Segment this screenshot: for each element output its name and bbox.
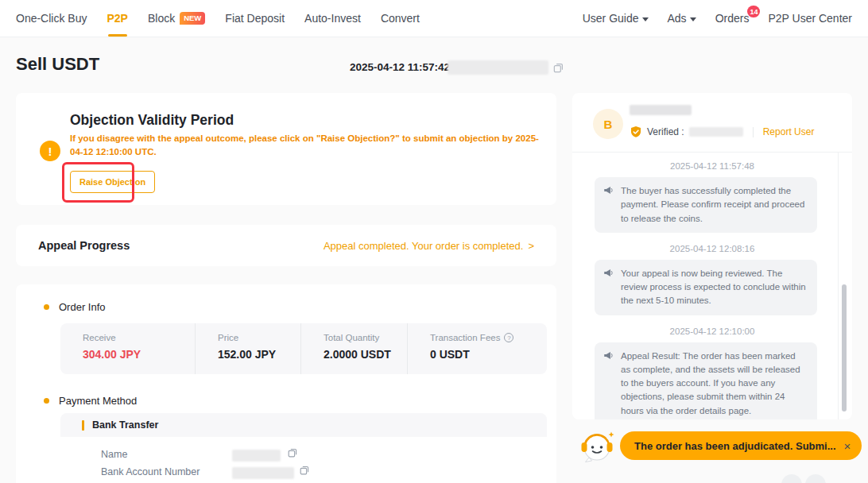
bank-transfer-label: Bank Transfer [92, 419, 158, 431]
megaphone-icon [603, 350, 614, 365]
bullet-dot-icon [44, 304, 49, 310]
appeal-progress-card: Appeal Progress Appeal completed. Your o… [16, 225, 556, 266]
toast-message: The order has been adjudicated. Submi... [634, 440, 836, 452]
chat-message-text: Appeal Result: The order has been marked… [621, 351, 800, 415]
orders-count-badge: 14 [747, 6, 760, 17]
nav-convert[interactable]: Convert [381, 12, 420, 25]
receive-label: Receive [83, 333, 195, 342]
nav-fiat-deposit[interactable]: Fiat Deposit [225, 12, 285, 25]
nav-ads[interactable]: Ads [668, 12, 696, 25]
order-details-card: Order Info Receive 304.00 JPY Price 152.… [16, 284, 556, 483]
nav-block-group[interactable]: Block NEW [148, 12, 205, 25]
nav-block[interactable]: Block [148, 12, 175, 25]
payment-method-label: Payment Method [59, 395, 137, 407]
order-info-box: Receive 304.00 JPY Price 152.00 JPY Tota… [60, 323, 547, 374]
objection-description: If you disagree with the appeal outcome,… [70, 132, 545, 160]
page-title: Sell USDT [16, 54, 99, 75]
copy-icon[interactable] [287, 447, 298, 458]
order-timestamp: 2025-04-12 11:57:42 [350, 61, 450, 73]
bank-account-row-label: Bank Account Number [101, 466, 200, 477]
scrollbar-track [838, 153, 839, 419]
chat-timestamp: 2025-04-12 12:10:00 [572, 327, 852, 336]
nav-one-click-buy[interactable]: One-Click Buy [16, 12, 87, 25]
name-row-label: Name [101, 449, 127, 460]
chevron-right-icon: > [528, 240, 534, 252]
copy-icon[interactable] [299, 465, 310, 476]
nav-orders-label: Orders [715, 12, 750, 25]
bank-transfer-header: Bank Transfer [60, 413, 547, 437]
order-info-label: Order Info [59, 301, 106, 313]
fees-label: Transaction Fees [430, 333, 500, 342]
nav-p2p[interactable]: P2P [107, 12, 127, 25]
nav-user-guide-label: User Guide [583, 12, 639, 25]
chat-message-text: Your appeal is now being reviewed. The r… [621, 269, 806, 306]
new-badge: NEW [180, 12, 205, 25]
appeal-status-text: Appeal completed. Your order is complete… [324, 240, 524, 252]
quantity-value: 2.0000 USDT [324, 348, 407, 361]
notification-toast: The order has been adjudicated. Submi...… [620, 431, 862, 460]
appeal-progress-label: Appeal Progress [38, 239, 130, 252]
help-icon[interactable]: ? [504, 333, 513, 342]
report-user-link[interactable]: Report User [763, 126, 815, 137]
chat-message-text: The buyer has successfully completed the… [621, 186, 804, 223]
chat-input-action-button[interactable] [805, 474, 826, 483]
chat-input-action-button[interactable] [781, 474, 802, 483]
nav-right: User Guide Ads Orders 14 P2P User Center [583, 12, 852, 25]
price-label: Price [218, 333, 300, 342]
chat-system-message: Your appeal is now being reviewed. The r… [595, 260, 817, 315]
counterparty-avatar[interactable]: B [593, 109, 623, 139]
copy-icon[interactable] [552, 62, 564, 77]
megaphone-icon [603, 268, 614, 282]
verified-label: Verified : [647, 126, 684, 137]
chat-header: B Verified : Report User [572, 93, 852, 153]
nav-user-guide[interactable]: User Guide [583, 12, 649, 25]
megaphone-icon [603, 185, 614, 199]
chat-system-message: Appeal Result: The order has been marked… [595, 342, 817, 420]
scrollbar-thumb[interactable] [842, 284, 847, 412]
objection-validity-card: ! Objection Validity Period If you disag… [16, 93, 556, 205]
price-column: Price 152.00 JPY [195, 323, 300, 374]
chevron-down-icon [642, 17, 649, 21]
raise-objection-button[interactable]: Raise Objection [70, 171, 155, 193]
appeal-status-link[interactable]: Appeal completed. Your order is complete… [324, 240, 534, 252]
fees-value: 0 USDT [430, 348, 531, 361]
divider [753, 127, 754, 137]
warning-icon: ! [40, 141, 60, 161]
accent-bar-icon [82, 420, 84, 431]
price-value: 152.00 JPY [218, 348, 300, 361]
nav-left: One-Click Buy P2P Block NEW Fiat Deposit… [16, 12, 420, 25]
chat-panel: B Verified : Report User 2025-04-12 11:5… [572, 93, 852, 419]
receive-column: Receive 304.00 JPY [60, 323, 195, 374]
order-info-section-head: Order Info [44, 301, 106, 313]
order-number-redacted [448, 60, 548, 75]
fees-column: Transaction Fees ? 0 USDT [407, 323, 531, 374]
chat-system-message: The buyer has successfully completed the… [595, 177, 817, 233]
support-mascot-icon[interactable] [578, 427, 616, 469]
top-navigation: One-Click Buy P2P Block NEW Fiat Deposit… [0, 0, 868, 37]
nav-auto-invest[interactable]: Auto-Invest [304, 12, 361, 25]
quantity-label: Total Quantity [324, 333, 407, 342]
objection-title: Objection Validity Period [70, 112, 234, 129]
chat-timestamp: 2025-04-12 11:57:48 [572, 161, 852, 171]
bullet-dot-icon [44, 398, 49, 404]
name-value-redacted [232, 450, 281, 462]
quantity-column: Total Quantity 2.0000 USDT [300, 323, 407, 374]
nav-ads-label: Ads [668, 12, 687, 25]
receive-value: 304.00 JPY [83, 348, 195, 361]
chevron-down-icon [690, 17, 696, 21]
verified-value-redacted [689, 127, 743, 137]
nav-p2p-user-center[interactable]: P2P User Center [768, 12, 852, 25]
counterparty-name-redacted [630, 105, 692, 115]
bank-account-value-redacted [232, 467, 294, 479]
close-icon[interactable]: × [844, 440, 851, 452]
verified-row: Verified : Report User [630, 126, 814, 138]
chat-timestamp: 2025-04-12 12:08:16 [572, 244, 852, 253]
verified-shield-icon [630, 126, 642, 138]
payment-method-section-head: Payment Method [44, 395, 137, 407]
nav-orders[interactable]: Orders 14 [715, 12, 750, 25]
